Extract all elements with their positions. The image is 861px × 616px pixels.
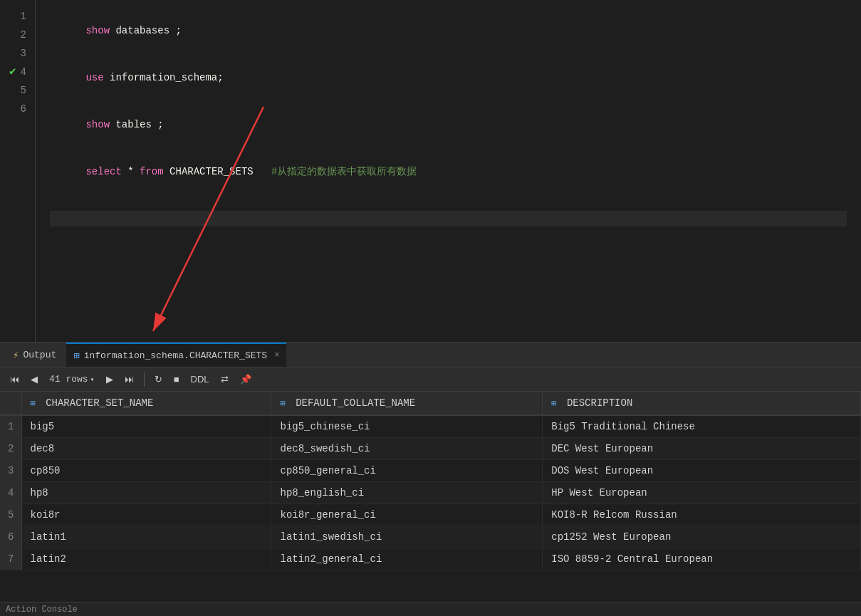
cell-collate: hp8_english_ci	[271, 482, 543, 504]
cell-charset: latin1	[21, 526, 271, 548]
line-num-4: ✔ 4	[0, 63, 35, 81]
cell-collate: koi8r_general_ci	[271, 504, 543, 526]
stop-button[interactable]: ■	[169, 371, 184, 387]
line-num-1: 1	[0, 7, 35, 26]
cell-collate: latin2_general_ci	[271, 548, 543, 570]
refresh-button[interactable]: ↻	[150, 371, 167, 387]
table-row[interactable]: 1big5big5_chinese_ciBig5 Traditional Chi…	[0, 415, 861, 438]
table-row[interactable]: 6latin1latin1_swedish_cicp1252 West Euro…	[0, 526, 861, 548]
cell-charset: big5	[21, 415, 271, 438]
code-line-2: use information_schema;	[50, 54, 847, 101]
col-header-collate[interactable]: ⊞ DEFAULT_COLLATE_NAME	[271, 392, 543, 415]
table-row[interactable]: 7latin2latin2_general_ciISO 8859-2 Centr…	[0, 548, 861, 570]
tab-bar: ⚡ Output ⊞ information_schema.CHARACTER_…	[0, 343, 861, 367]
col-icon-description: ⊞	[551, 399, 556, 409]
row-num-header	[0, 392, 21, 415]
row-number: 4	[0, 482, 21, 504]
cell-description: DOS West European	[543, 460, 861, 482]
code-content[interactable]: show databases ; use information_schema;…	[36, 0, 861, 342]
cell-collate: big5_chinese_ci	[271, 415, 543, 438]
col-label-description: DESCRIPTION	[567, 397, 632, 409]
check-icon: ✔	[9, 64, 16, 80]
cell-charset: koi8r	[21, 504, 271, 526]
cell-charset: hp8	[21, 482, 271, 504]
cell-charset: latin2	[21, 548, 271, 570]
result-toolbar: ⏮ ◀ 41 rows ▾ ▶ ⏭ ↻ ■ DDL ⇄ 📌	[0, 367, 861, 392]
code-line-1: show databases ;	[50, 7, 847, 54]
code-line-6	[50, 211, 847, 226]
table-row[interactable]: 3cp850cp850_general_ciDOS West European	[0, 460, 861, 482]
row-number: 2	[0, 438, 21, 460]
nav-prev-button[interactable]: ◀	[26, 371, 42, 387]
cell-description: HP West European	[543, 482, 861, 504]
cell-description: Big5 Traditional Chinese	[543, 415, 861, 438]
table-row[interactable]: 5koi8rkoi8r_general_ciKOI8-R Relcom Russ…	[0, 504, 861, 526]
line-num-3: 3	[0, 44, 35, 63]
export-button[interactable]: ⇄	[216, 371, 233, 387]
col-header-description[interactable]: ⊞ DESCRIPTION	[543, 392, 861, 415]
output-tab-label: Output	[23, 350, 56, 360]
result-table-container[interactable]: ⊞ CHARACTER_SET_NAME ⊞ DEFAULT_COLLATE_N…	[0, 392, 861, 602]
nav-first-button[interactable]: ⏮	[6, 371, 24, 387]
line-num-6: 6	[0, 100, 35, 118]
col-label-collate: DEFAULT_COLLATE_NAME	[296, 397, 415, 409]
result-tab-icon: ⊞	[73, 350, 79, 362]
bottom-panel: ⚡ Output ⊞ information_schema.CHARACTER_…	[0, 342, 861, 616]
toolbar-separator-1	[144, 372, 145, 387]
editor-area: 1 2 3 ✔ 4 5 6 show databases ; use infor…	[0, 0, 861, 342]
cell-description: cp1252 West European	[543, 526, 861, 548]
cell-collate: dec8_swedish_ci	[271, 438, 543, 460]
code-line-3: show tables ;	[50, 101, 847, 148]
rows-selector[interactable]: 41 rows ▾	[45, 372, 99, 386]
row-number: 5	[0, 504, 21, 526]
ddl-button[interactable]: DDL	[187, 371, 214, 387]
table-row[interactable]: 2dec8dec8_swedish_ciDEC West European	[0, 438, 861, 460]
result-tab-label: information_schema.CHARACTER_SETS	[84, 350, 267, 361]
cell-charset: cp850	[21, 460, 271, 482]
table-header-row: ⊞ CHARACTER_SET_NAME ⊞ DEFAULT_COLLATE_N…	[0, 392, 861, 415]
cell-description: DEC West European	[543, 438, 861, 460]
col-icon-charset: ⊞	[31, 399, 36, 409]
cell-description: ISO 8859-2 Central European	[543, 548, 861, 570]
row-number: 1	[0, 415, 21, 438]
output-tab-icon: ⚡	[13, 349, 19, 361]
row-number: 7	[0, 548, 21, 570]
line-numbers: 1 2 3 ✔ 4 5 6	[0, 0, 36, 342]
tab-close-button[interactable]: ×	[274, 350, 279, 360]
cell-charset: dec8	[21, 438, 271, 460]
nav-next-button[interactable]: ▶	[102, 371, 118, 387]
table-row[interactable]: 4hp8hp8_english_ciHP West European	[0, 482, 861, 504]
code-line-5	[50, 195, 847, 211]
chevron-down-icon: ▾	[90, 375, 95, 384]
row-number: 3	[0, 460, 21, 482]
tab-output[interactable]: ⚡ Output	[6, 343, 63, 367]
rows-count: 41 rows	[49, 374, 88, 385]
status-bar: Action Console	[0, 602, 861, 616]
code-line-4: select * from CHARACTER_SETS #从指定的数据表中获取…	[50, 148, 847, 195]
row-number: 6	[0, 526, 21, 548]
cell-description: KOI8-R Relcom Russian	[543, 504, 861, 526]
col-header-charset[interactable]: ⊞ CHARACTER_SET_NAME	[21, 392, 271, 415]
result-table: ⊞ CHARACTER_SET_NAME ⊞ DEFAULT_COLLATE_N…	[0, 392, 861, 570]
cell-collate: latin1_swedish_ci	[271, 526, 543, 548]
nav-last-button[interactable]: ⏭	[120, 371, 138, 387]
col-label-charset: CHARACTER_SET_NAME	[46, 397, 153, 409]
status-text: Action Console	[6, 605, 78, 615]
tab-result[interactable]: ⊞ information_schema.CHARACTER_SETS ×	[66, 343, 286, 367]
col-icon-collate: ⊞	[280, 399, 285, 409]
cell-collate: cp850_general_ci	[271, 460, 543, 482]
line-num-2: 2	[0, 26, 35, 44]
line-num-5: 5	[0, 81, 35, 100]
pin-button[interactable]: 📌	[236, 371, 256, 387]
